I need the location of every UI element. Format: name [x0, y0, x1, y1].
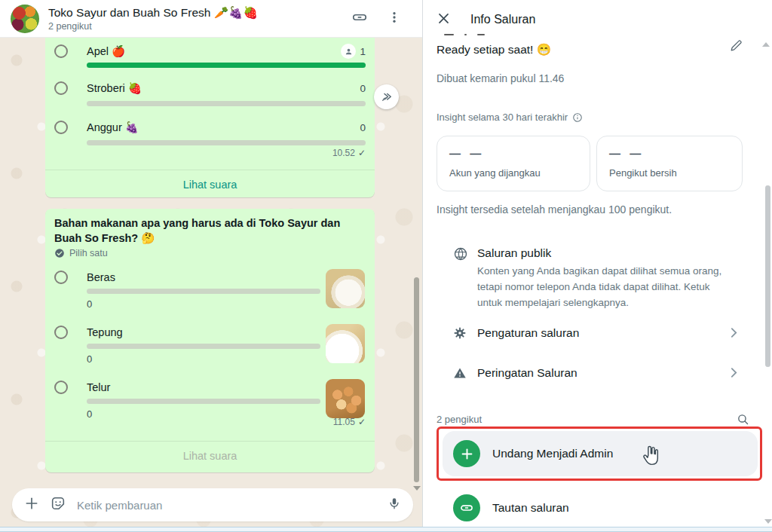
mic-icon[interactable]	[388, 496, 401, 514]
radio-icon[interactable]	[54, 44, 68, 58]
chevron-right-icon	[731, 327, 737, 341]
close-icon[interactable]	[437, 11, 451, 29]
option-image-tepung	[326, 324, 365, 363]
poll-message-1: Apel 🍎 1 Stroberi 🍓 0	[45, 38, 375, 197]
option-image-beras	[326, 269, 365, 308]
poll-option-label: Apel 🍎	[87, 45, 125, 58]
check-circle-icon	[54, 248, 65, 258]
public-channel-title[interactable]: Saluran publik	[477, 246, 551, 260]
channel-avatar[interactable]	[11, 5, 39, 33]
insight-card-followers[interactable]: — — Pengikut bersih	[596, 136, 743, 191]
scroll-down-arrow-icon[interactable]	[764, 519, 772, 524]
chat-pane: Toko Sayur dan Buah So Fresh 🥕🍇🍓 2 pengi…	[0, 0, 422, 532]
gear-icon	[453, 326, 467, 343]
attach-plus-icon[interactable]	[24, 496, 39, 514]
insight-note-text: Insight tersedia setelah menjangkau 100 …	[437, 203, 672, 216]
poll-option-label: Telur	[87, 381, 110, 393]
chevron-right-icon	[731, 367, 737, 381]
scroll-down-arrow-icon[interactable]	[413, 486, 421, 491]
chat-header: Toko Sayur dan Buah So Fresh 🥕🍇🍓 2 pengi…	[0, 0, 422, 38]
poll-option-count: 0	[360, 83, 366, 94]
search-icon[interactable]	[737, 413, 749, 429]
poll-option-label: Tepung	[87, 326, 123, 338]
scroll-up-arrow-icon[interactable]	[762, 42, 770, 47]
poll-option-count: 0	[87, 408, 92, 420]
channel-link-icon[interactable]	[351, 9, 368, 29]
insight-value: — —	[449, 147, 577, 160]
left-scrollbar-thumb[interactable]	[414, 277, 419, 482]
sent-check-icon: ✓	[358, 148, 366, 158]
right-scrollbar-thumb[interactable]	[765, 185, 770, 367]
poll-option-label: Stroberi 🍓	[87, 82, 142, 95]
poll-message-2: Bahan makanan apa yang harus ada di Toko…	[45, 209, 375, 472]
radio-icon[interactable]	[54, 326, 68, 339]
message-input[interactable]	[77, 499, 377, 512]
poll2-bar-telur	[87, 399, 320, 404]
invite-admin-button[interactable]: Undang Menjadi Admin	[443, 431, 758, 476]
chat-scroll-area[interactable]: Apel 🍎 1 Stroberi 🍓 0	[0, 38, 422, 532]
insight-card-reach[interactable]: — — Akun yang dijangkau	[437, 136, 590, 191]
clipped-text-remnant	[444, 34, 495, 36]
message-time: 11.05	[333, 417, 355, 427]
poll-question: Bahan makanan apa yang harus ada di Toko…	[54, 216, 364, 246]
message-meta: 11.05 ✓	[333, 417, 366, 427]
panel-title: Info Saluran	[470, 13, 535, 26]
poll1-bar-apel	[87, 63, 366, 68]
public-channel-description: Konten yang Anda bagikan dapat dilihat s…	[477, 264, 732, 311]
insight-section-title: Insight selama 30 hari terakhir	[437, 112, 583, 123]
poll2-bar-beras	[87, 289, 320, 294]
view-votes-button[interactable]: Lihat suara	[45, 450, 375, 462]
divider	[45, 441, 375, 442]
divider	[45, 170, 375, 170]
poll-option-label: Anggur 🍇	[87, 121, 139, 134]
radio-icon[interactable]	[54, 121, 68, 134]
chat-header-titles[interactable]: Toko Sayur dan Buah So Fresh 🥕🍇🍓 2 pengi…	[48, 6, 351, 32]
globe-icon	[453, 246, 468, 264]
poll-option-label: Beras	[87, 271, 115, 283]
plus-icon	[453, 440, 480, 467]
insight-value: — —	[609, 147, 730, 160]
warning-icon	[453, 366, 467, 383]
poll1-bar-anggur	[87, 140, 366, 145]
insight-label: Pengikut bersih	[609, 167, 730, 179]
forward-message-button[interactable]	[374, 84, 399, 109]
radio-icon[interactable]	[54, 81, 68, 95]
option-image-telur	[326, 379, 365, 418]
menu-kebab-icon[interactable]	[388, 10, 401, 28]
message-meta: 10.52 ✓	[332, 148, 366, 158]
poll1-option-anggur[interactable]: Anggur 🍇 0	[54, 121, 366, 134]
message-time: 10.52	[332, 148, 355, 158]
poll2-option-beras[interactable]: Beras	[54, 271, 366, 284]
poll1-option-stroberi[interactable]: Stroberi 🍓 0	[54, 81, 366, 95]
edit-pencil-icon[interactable]	[729, 38, 743, 56]
whatsapp-channel-window: Toko Sayur dan Buah So Fresh 🥕🍇🍓 2 pengi…	[0, 0, 772, 532]
select-mode-label: Pilih satu	[69, 248, 108, 258]
insight-title-label: Insight selama 30 hari terakhir	[437, 112, 568, 123]
channel-warnings-item[interactable]: Peringatan Saluran	[477, 366, 577, 380]
invite-admin-label: Undang Menjadi Admin	[492, 447, 613, 460]
channel-created-text: Dibuat kemarin pukul 11.46	[437, 72, 564, 84]
view-votes-button[interactable]: Lihat suara	[45, 179, 375, 191]
channel-link-button[interactable]: Tautan saluran	[443, 485, 758, 530]
voter-avatar-icon[interactable]	[341, 44, 356, 59]
channel-settings-item[interactable]: Pengaturan saluran	[477, 326, 579, 340]
sticker-icon[interactable]	[50, 495, 66, 515]
poll-select-mode: Pilih satu	[54, 248, 108, 258]
radio-icon[interactable]	[54, 381, 68, 394]
poll-option-count: 0	[87, 298, 92, 310]
channel-link-label: Tautan saluran	[492, 501, 569, 515]
poll2-option-telur[interactable]: Telur	[54, 381, 366, 394]
info-icon	[572, 112, 583, 123]
message-composer	[12, 488, 413, 521]
link-icon	[453, 494, 480, 521]
sent-check-icon: ✓	[358, 417, 366, 427]
poll2-option-tepung[interactable]: Tepung	[54, 326, 366, 339]
poll1-bar-stroberi	[87, 101, 366, 106]
channel-subtitle: 2 pengikut	[48, 21, 351, 32]
poll-option-count: 0	[360, 122, 366, 133]
channel-status-text: Ready setiap saat! 😁	[437, 43, 551, 57]
insight-label: Akun yang dijangkau	[449, 167, 577, 179]
poll1-option-apel[interactable]: Apel 🍎 1	[54, 44, 366, 59]
radio-icon[interactable]	[54, 271, 68, 284]
poll-option-count: 1	[360, 46, 366, 57]
